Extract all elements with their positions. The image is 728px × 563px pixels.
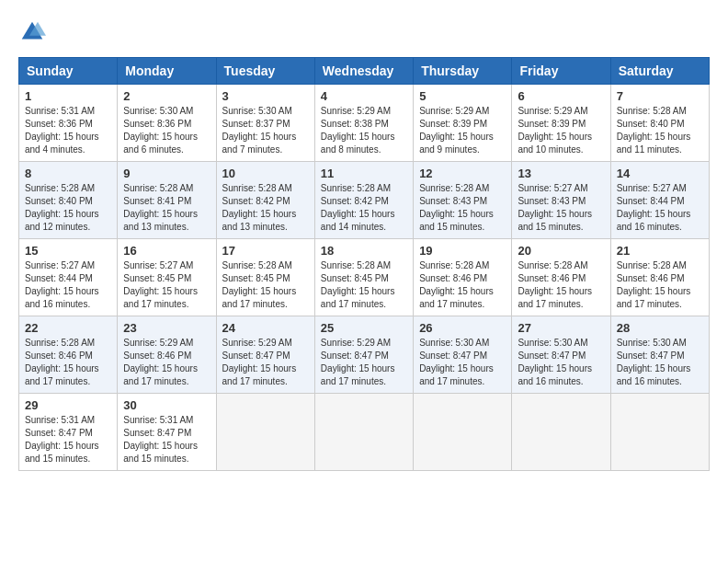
day-number: 11 bbox=[321, 167, 407, 180]
calendar-cell bbox=[414, 394, 512, 471]
daylight-minutes: and 16 minutes. bbox=[518, 376, 583, 386]
calendar-cell: 9 Sunrise: 5:28 AM Sunset: 8:41 PM Dayli… bbox=[118, 162, 216, 239]
daylight-minutes: and 11 minutes. bbox=[617, 144, 682, 155]
day-number: 8 bbox=[25, 167, 111, 180]
calendar-cell: 23 Sunrise: 5:29 AM Sunset: 8:46 PM Dayl… bbox=[118, 316, 216, 394]
daylight-minutes: and 17 minutes. bbox=[321, 376, 386, 386]
daylight-label: Daylight: 15 hours bbox=[617, 363, 691, 373]
sunrise-label: Sunrise: 5:28 AM bbox=[617, 260, 687, 270]
daylight-label: Daylight: 15 hours bbox=[222, 132, 297, 142]
sunset-label: Sunset: 8:46 PM bbox=[419, 273, 487, 283]
sunrise-label: Sunrise: 5:28 AM bbox=[419, 183, 489, 193]
calendar-cell: 30 Sunrise: 5:31 AM Sunset: 8:47 PM Dayl… bbox=[118, 394, 216, 471]
sunrise-label: Sunrise: 5:28 AM bbox=[518, 260, 587, 270]
day-number: 14 bbox=[617, 167, 703, 180]
daylight-minutes: and 10 minutes. bbox=[518, 144, 583, 155]
sunset-label: Sunset: 8:40 PM bbox=[25, 196, 93, 206]
calendar-cell: 18 Sunrise: 5:28 AM Sunset: 8:45 PM Dayl… bbox=[314, 239, 413, 316]
day-number: 10 bbox=[222, 167, 309, 180]
daylight-minutes: and 12 minutes. bbox=[25, 222, 90, 232]
day-info: Sunrise: 5:31 AM Sunset: 8:47 PM Dayligh… bbox=[25, 414, 111, 465]
daylight-minutes: and 17 minutes. bbox=[222, 299, 288, 309]
sunrise-label: Sunrise: 5:30 AM bbox=[419, 338, 489, 348]
day-info: Sunrise: 5:27 AM Sunset: 8:44 PM Dayligh… bbox=[617, 182, 703, 234]
calendar-cell: 5 Sunrise: 5:29 AM Sunset: 8:39 PM Dayli… bbox=[414, 85, 512, 162]
logo bbox=[18, 18, 50, 46]
daylight-label: Daylight: 15 hours bbox=[419, 209, 494, 219]
sunrise-label: Sunrise: 5:27 AM bbox=[617, 183, 687, 193]
calendar-cell bbox=[216, 394, 314, 471]
day-number: 19 bbox=[419, 244, 506, 258]
calendar-cell: 15 Sunrise: 5:27 AM Sunset: 8:44 PM Dayl… bbox=[19, 239, 118, 316]
daylight-minutes: and 17 minutes. bbox=[222, 376, 288, 386]
day-info: Sunrise: 5:30 AM Sunset: 8:36 PM Dayligh… bbox=[123, 105, 210, 156]
sunset-label: Sunset: 8:44 PM bbox=[617, 196, 685, 206]
day-info: Sunrise: 5:28 AM Sunset: 8:40 PM Dayligh… bbox=[25, 182, 111, 234]
sunset-label: Sunset: 8:45 PM bbox=[123, 273, 191, 283]
daylight-minutes: and 17 minutes. bbox=[419, 376, 484, 386]
daylight-label: Daylight: 15 hours bbox=[222, 209, 297, 219]
sunrise-label: Sunrise: 5:28 AM bbox=[25, 338, 95, 348]
daylight-minutes: and 8 minutes. bbox=[321, 144, 381, 155]
day-number: 30 bbox=[123, 398, 210, 412]
calendar-cell: 12 Sunrise: 5:28 AM Sunset: 8:43 PM Dayl… bbox=[414, 162, 512, 239]
header-friday: Friday bbox=[512, 58, 610, 85]
day-number: 7 bbox=[617, 89, 703, 103]
sunrise-label: Sunrise: 5:28 AM bbox=[321, 260, 391, 270]
sunset-label: Sunset: 8:47 PM bbox=[321, 350, 389, 361]
daylight-label: Daylight: 15 hours bbox=[25, 209, 99, 219]
day-info: Sunrise: 5:30 AM Sunset: 8:47 PM Dayligh… bbox=[617, 337, 703, 388]
day-info: Sunrise: 5:28 AM Sunset: 8:40 PM Dayligh… bbox=[617, 105, 703, 156]
day-number: 29 bbox=[25, 398, 111, 412]
sunset-label: Sunset: 8:47 PM bbox=[617, 350, 685, 361]
calendar-cell: 19 Sunrise: 5:28 AM Sunset: 8:46 PM Dayl… bbox=[414, 239, 512, 316]
day-info: Sunrise: 5:29 AM Sunset: 8:47 PM Dayligh… bbox=[321, 337, 407, 388]
sunrise-label: Sunrise: 5:28 AM bbox=[222, 260, 292, 270]
daylight-label: Daylight: 15 hours bbox=[518, 363, 592, 373]
sunrise-label: Sunrise: 5:29 AM bbox=[321, 106, 391, 116]
day-info: Sunrise: 5:28 AM Sunset: 8:43 PM Dayligh… bbox=[419, 182, 506, 234]
calendar-cell bbox=[512, 394, 610, 471]
daylight-minutes: and 15 minutes. bbox=[25, 454, 90, 464]
header-saturday: Saturday bbox=[610, 58, 709, 85]
day-number: 23 bbox=[123, 321, 210, 335]
daylight-label: Daylight: 15 hours bbox=[321, 363, 395, 373]
calendar-cell: 11 Sunrise: 5:28 AM Sunset: 8:42 PM Dayl… bbox=[314, 162, 413, 239]
daylight-label: Daylight: 15 hours bbox=[518, 132, 592, 142]
sunrise-label: Sunrise: 5:28 AM bbox=[419, 260, 489, 270]
day-info: Sunrise: 5:28 AM Sunset: 8:45 PM Dayligh… bbox=[321, 259, 407, 311]
calendar-cell: 1 Sunrise: 5:31 AM Sunset: 8:36 PM Dayli… bbox=[19, 85, 118, 162]
sunset-label: Sunset: 8:43 PM bbox=[518, 196, 586, 206]
sunrise-label: Sunrise: 5:27 AM bbox=[25, 260, 95, 270]
day-number: 6 bbox=[518, 89, 604, 103]
sunrise-label: Sunrise: 5:28 AM bbox=[123, 183, 193, 193]
calendar-week-row: 1 Sunrise: 5:31 AM Sunset: 8:36 PM Dayli… bbox=[19, 85, 710, 162]
header-wednesday: Wednesday bbox=[314, 58, 413, 85]
day-info: Sunrise: 5:28 AM Sunset: 8:46 PM Dayligh… bbox=[518, 259, 604, 311]
sunset-label: Sunset: 8:47 PM bbox=[419, 350, 487, 361]
day-number: 12 bbox=[419, 167, 506, 180]
sunset-label: Sunset: 8:46 PM bbox=[123, 350, 191, 361]
daylight-minutes: and 15 minutes. bbox=[518, 222, 583, 232]
day-info: Sunrise: 5:29 AM Sunset: 8:46 PM Dayligh… bbox=[123, 337, 210, 388]
calendar-week-row: 15 Sunrise: 5:27 AM Sunset: 8:44 PM Dayl… bbox=[19, 239, 710, 316]
calendar-header-row: SundayMondayTuesdayWednesdayThursdayFrid… bbox=[19, 58, 710, 85]
daylight-minutes: and 13 minutes. bbox=[123, 222, 188, 232]
day-info: Sunrise: 5:31 AM Sunset: 8:47 PM Dayligh… bbox=[123, 414, 210, 465]
daylight-label: Daylight: 15 hours bbox=[123, 286, 198, 296]
daylight-label: Daylight: 15 hours bbox=[321, 209, 395, 219]
sunrise-label: Sunrise: 5:30 AM bbox=[518, 338, 587, 348]
calendar-week-row: 29 Sunrise: 5:31 AM Sunset: 8:47 PM Dayl… bbox=[19, 394, 710, 471]
sunrise-label: Sunrise: 5:31 AM bbox=[123, 415, 193, 425]
day-number: 1 bbox=[25, 89, 111, 103]
sunset-label: Sunset: 8:47 PM bbox=[123, 428, 191, 438]
calendar: SundayMondayTuesdayWednesdayThursdayFrid… bbox=[18, 57, 710, 471]
daylight-minutes: and 17 minutes. bbox=[25, 376, 90, 386]
day-number: 22 bbox=[25, 321, 111, 335]
sunset-label: Sunset: 8:46 PM bbox=[617, 273, 685, 283]
daylight-label: Daylight: 15 hours bbox=[419, 132, 494, 142]
day-info: Sunrise: 5:28 AM Sunset: 8:42 PM Dayligh… bbox=[321, 182, 407, 234]
day-info: Sunrise: 5:28 AM Sunset: 8:46 PM Dayligh… bbox=[25, 337, 111, 388]
calendar-cell: 24 Sunrise: 5:29 AM Sunset: 8:47 PM Dayl… bbox=[216, 316, 314, 394]
sunset-label: Sunset: 8:36 PM bbox=[25, 119, 93, 129]
